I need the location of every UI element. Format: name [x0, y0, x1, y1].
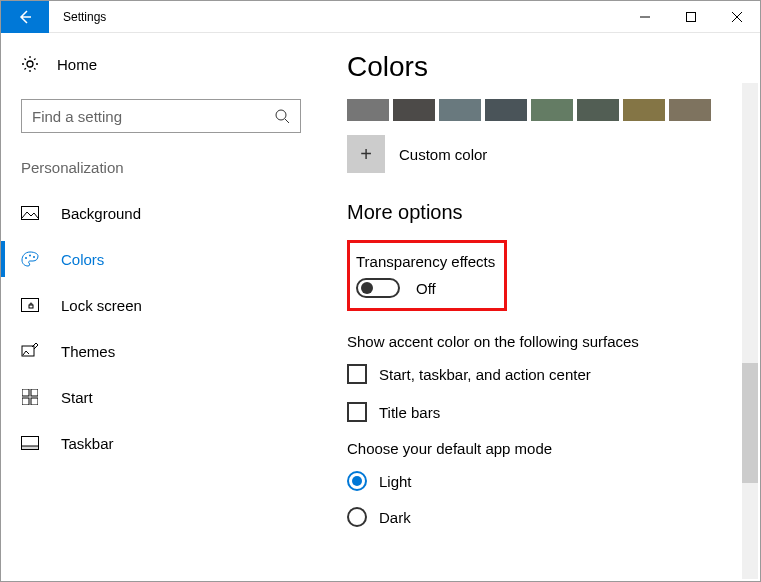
nav-taskbar[interactable]: Taskbar: [1, 420, 321, 466]
svg-rect-17: [22, 446, 39, 450]
swatch[interactable]: [485, 99, 527, 121]
back-button[interactable]: [1, 1, 49, 33]
nav-list: Background Colors Lock screen Themes Sta…: [1, 190, 321, 466]
checkbox-icon: [347, 364, 367, 384]
nav-label: Taskbar: [61, 435, 114, 452]
swatch[interactable]: [623, 99, 665, 121]
svg-rect-10: [29, 305, 33, 308]
svg-rect-15: [31, 398, 38, 405]
nav-colors[interactable]: Colors: [1, 236, 321, 282]
themes-icon: [21, 343, 39, 359]
custom-color-label: Custom color: [399, 146, 487, 163]
transparency-label: Transparency effects: [356, 253, 498, 270]
plus-icon: +: [347, 135, 385, 173]
picture-icon: [21, 206, 39, 220]
more-options-heading: More options: [347, 201, 760, 224]
checkbox-icon: [347, 402, 367, 422]
search-icon: [275, 109, 290, 124]
svg-rect-14: [22, 398, 29, 405]
close-button[interactable]: [714, 1, 760, 33]
toggle-state: Off: [416, 280, 436, 297]
svg-point-3: [276, 110, 286, 120]
minimize-icon: [640, 12, 650, 22]
home-label: Home: [57, 56, 97, 73]
check-label: Start, taskbar, and action center: [379, 366, 591, 383]
nav-label: Themes: [61, 343, 115, 360]
page-title: Colors: [347, 51, 760, 83]
close-icon: [732, 12, 742, 22]
nav-themes[interactable]: Themes: [1, 328, 321, 374]
nav-start[interactable]: Start: [1, 374, 321, 420]
nav-lockscreen[interactable]: Lock screen: [1, 282, 321, 328]
radio-label: Dark: [379, 509, 411, 526]
titlebar: Settings: [1, 1, 760, 33]
toggle-switch: [356, 278, 400, 298]
svg-rect-1: [687, 12, 696, 21]
main-content: Colors + Custom color More options Trans…: [321, 33, 760, 581]
swatch[interactable]: [347, 99, 389, 121]
maximize-button[interactable]: [668, 1, 714, 33]
nav-background[interactable]: Background: [1, 190, 321, 236]
surface-label: Show accent color on the following surfa…: [347, 333, 760, 350]
check-titlebars[interactable]: Title bars: [347, 402, 760, 422]
section-title: Personalization: [1, 159, 321, 176]
window-controls: [622, 1, 760, 33]
svg-rect-13: [31, 389, 38, 396]
radio-dark[interactable]: Dark: [347, 507, 760, 527]
nav-label: Colors: [61, 251, 104, 268]
nav-label: Lock screen: [61, 297, 142, 314]
taskbar-icon: [21, 436, 39, 450]
scrollbar-thumb[interactable]: [742, 363, 758, 483]
swatch[interactable]: [439, 99, 481, 121]
custom-color[interactable]: + Custom color: [347, 135, 760, 173]
window-title: Settings: [63, 10, 106, 24]
swatch[interactable]: [393, 99, 435, 121]
svg-line-4: [285, 119, 289, 123]
search-input[interactable]: [32, 108, 275, 125]
check-start-taskbar[interactable]: Start, taskbar, and action center: [347, 364, 760, 384]
arrow-left-icon: [17, 9, 33, 25]
radio-label: Light: [379, 473, 412, 490]
radio-light[interactable]: Light: [347, 471, 760, 491]
minimize-button[interactable]: [622, 1, 668, 33]
scrollbar-track[interactable]: [742, 83, 758, 579]
start-icon: [21, 389, 39, 405]
radio-icon: [347, 471, 367, 491]
gear-icon: [21, 55, 39, 73]
maximize-icon: [686, 12, 696, 22]
swatch[interactable]: [577, 99, 619, 121]
search-box[interactable]: [21, 99, 301, 133]
nav-label: Background: [61, 205, 141, 222]
svg-point-6: [25, 257, 27, 259]
palette-icon: [21, 251, 39, 267]
sidebar: Home Personalization Background Colors L…: [1, 33, 321, 581]
swatch[interactable]: [531, 99, 573, 121]
svg-point-2: [27, 61, 33, 67]
check-label: Title bars: [379, 404, 440, 421]
svg-rect-5: [22, 207, 39, 220]
svg-point-8: [33, 256, 35, 258]
nav-label: Start: [61, 389, 93, 406]
mode-label: Choose your default app mode: [347, 440, 760, 457]
lockscreen-icon: [21, 298, 39, 312]
transparency-toggle[interactable]: Off: [356, 278, 498, 298]
transparency-highlight: Transparency effects Off: [347, 240, 507, 311]
svg-rect-12: [22, 389, 29, 396]
color-swatches: [347, 99, 760, 121]
radio-icon: [347, 507, 367, 527]
home-link[interactable]: Home: [1, 51, 321, 87]
swatch[interactable]: [669, 99, 711, 121]
svg-point-7: [29, 255, 31, 257]
